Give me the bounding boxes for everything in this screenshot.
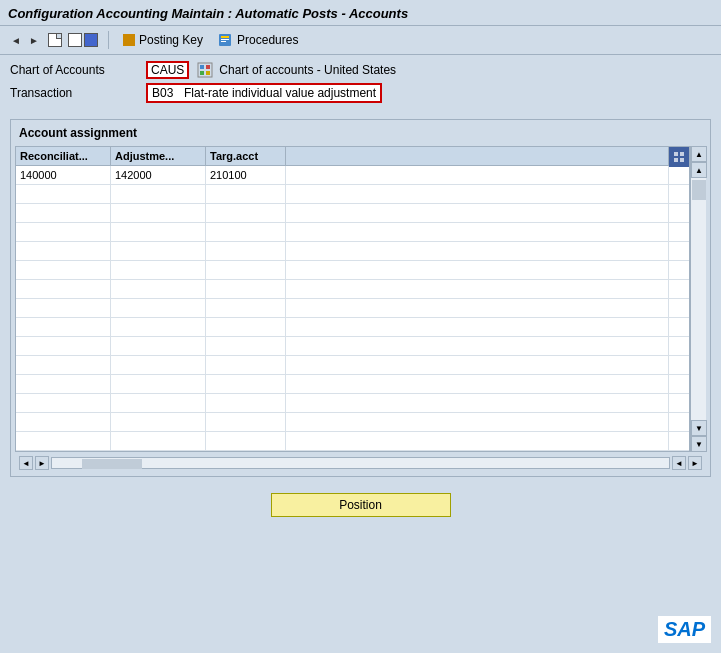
table-header: Reconciliat... Adjustme... Targ.acct [16,147,689,166]
transaction-field-group: B03 Flat-rate individual value adjustmen… [146,83,382,103]
cell-rest-0 [286,166,669,184]
cell-targ-0: 210100 [206,166,286,184]
svg-rect-7 [200,71,204,75]
chart-desc: Chart of accounts - United States [219,63,396,77]
scroll-right-button-4[interactable]: ► [688,456,702,470]
scroll-left-button[interactable]: ◄ [19,456,33,470]
col-header-rest [286,147,669,165]
table-row[interactable] [16,413,689,432]
chart-icon [197,62,213,78]
col-header-targ: Targ.acct [206,147,286,165]
svg-rect-11 [674,158,678,162]
nav-prev-button[interactable]: ◄ [8,32,24,48]
table-row[interactable]: 140000 142000 210100 [16,166,689,185]
scroll-down-button-1[interactable]: ▼ [691,420,707,436]
scroll-track [691,178,706,420]
separator-1 [108,31,109,49]
table-row[interactable] [16,204,689,223]
svg-rect-3 [221,41,226,42]
table-container: Reconciliat... Adjustme... Targ.acct 140… [15,146,690,452]
sap-logo: SAP [658,616,711,643]
table-row[interactable] [16,394,689,413]
svg-rect-9 [674,152,678,156]
cell-reconcil-0: 140000 [16,166,111,184]
svg-rect-10 [680,152,684,156]
table-row[interactable] [16,261,689,280]
svg-rect-2 [221,39,229,40]
section-title: Account assignment [15,124,706,142]
scroll-right-button-2[interactable]: ► [35,456,49,470]
svg-rect-8 [206,71,210,75]
transaction-row: Transaction B03 Flat-rate individual val… [10,83,711,103]
svg-rect-12 [680,158,684,162]
posting-key-item[interactable]: Posting Key [119,31,207,49]
table-wrapper: Reconciliat... Adjustme... Targ.acct 140… [15,146,706,452]
file-icons [68,33,98,47]
form-area: Chart of Accounts CAUS Chart of accounts… [0,55,721,113]
scroll-up-button-2[interactable]: ▲ [691,162,707,178]
horizontal-scrollbar: ◄ ► ◄ ► [15,454,706,472]
h-scroll-track [51,457,670,469]
chart-code-field[interactable]: CAUS [146,61,189,79]
page-icon [48,33,62,47]
grid-icon [673,151,685,163]
position-button[interactable]: Position [271,493,451,517]
table-row[interactable] [16,299,689,318]
transaction-code-field[interactable]: B03 [152,86,180,100]
table-row[interactable] [16,375,689,394]
chart-of-accounts-row: Chart of Accounts CAUS Chart of accounts… [10,61,711,79]
new-icon[interactable] [68,33,82,47]
table-row[interactable] [16,185,689,204]
transaction-desc: Flat-rate individual value adjustment [184,86,376,100]
table-row[interactable] [16,280,689,299]
table-body: 140000 142000 210100 [16,166,689,451]
posting-key-label: Posting Key [139,33,203,47]
table-row[interactable] [16,432,689,451]
table-row[interactable] [16,223,689,242]
procedures-icon [217,32,233,48]
vertical-scrollbar[interactable]: ▲ ▲ ▼ ▼ [690,146,706,452]
nav-next-button[interactable]: ► [26,32,42,48]
posting-key-icon [123,34,135,46]
position-area: Position [0,483,721,527]
title-bar: Configuration Accounting Maintain : Auto… [0,0,721,26]
save-icon[interactable] [84,33,98,47]
procedures-label: Procedures [237,33,298,47]
table-row[interactable] [16,337,689,356]
scroll-down-button-2[interactable]: ▼ [691,436,707,452]
table-row[interactable] [16,242,689,261]
cell-spacer-0 [669,166,689,184]
svg-rect-5 [200,65,204,69]
table-row[interactable] [16,356,689,375]
account-assignment-section: Account assignment Reconciliat... Adjust… [10,119,711,477]
col-header-reconcil: Reconciliat... [16,147,111,165]
h-scroll-thumb[interactable] [82,459,142,469]
svg-rect-1 [221,36,229,38]
scroll-up-button[interactable]: ▲ [691,146,707,162]
svg-rect-6 [206,65,210,69]
table-corner-icon [669,147,689,167]
procedures-item[interactable]: Procedures [213,30,302,50]
chart-of-accounts-label: Chart of Accounts [10,63,140,77]
table-row[interactable] [16,318,689,337]
transaction-label: Transaction [10,86,140,100]
toolbar: ◄ ► Posting Key Procedures [0,26,721,55]
nav-buttons: ◄ ► [8,32,42,48]
scroll-thumb[interactable] [692,180,706,200]
col-header-adjust: Adjustme... [111,147,206,165]
scroll-right-button-3[interactable]: ◄ [672,456,686,470]
cell-adjust-0: 142000 [111,166,206,184]
page-title: Configuration Accounting Maintain : Auto… [8,6,408,21]
